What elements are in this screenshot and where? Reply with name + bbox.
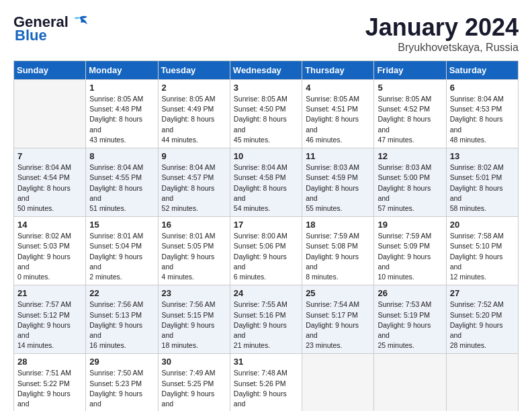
day-number: 9 xyxy=(162,151,226,161)
daylight-text: Daylight: 8 hours and xyxy=(378,183,442,203)
calendar-header-row: SundayMondayTuesdayWednesdayThursdayFrid… xyxy=(14,61,519,80)
daylight-text-2: 16 minutes. xyxy=(89,340,154,351)
daylight-text-2: 25 minutes. xyxy=(378,340,442,351)
calendar-cell: 6Sunrise: 8:04 AMSunset: 4:53 PMDaylight… xyxy=(446,80,518,148)
daylight-text-2: 50 minutes. xyxy=(17,203,82,214)
sunrise-text: Sunrise: 7:53 AM xyxy=(378,300,442,310)
calendar-cell: 14Sunrise: 8:02 AMSunset: 5:03 PMDayligh… xyxy=(14,217,86,285)
page-header: General Blue January 2024 Bryukhovetskay… xyxy=(13,13,519,54)
day-info: Sunrise: 7:56 AMSunset: 5:15 PMDaylight:… xyxy=(162,300,226,351)
day-info: Sunrise: 8:04 AMSunset: 4:53 PMDaylight:… xyxy=(450,94,515,145)
day-number: 11 xyxy=(306,151,370,161)
daylight-text: Daylight: 8 hours and xyxy=(234,114,298,134)
calendar-cell: 28Sunrise: 7:51 AMSunset: 5:22 PMDayligh… xyxy=(14,354,86,411)
sunset-text: Sunset: 4:54 PM xyxy=(17,173,82,183)
col-header-monday: Monday xyxy=(86,61,158,80)
logo-bird-icon xyxy=(70,15,89,30)
sunset-text: Sunset: 5:23 PM xyxy=(89,379,154,389)
col-header-wednesday: Wednesday xyxy=(230,61,302,80)
day-info: Sunrise: 8:00 AMSunset: 5:06 PMDaylight:… xyxy=(234,231,298,282)
daylight-text: Daylight: 9 hours and xyxy=(162,252,226,272)
sunrise-text: Sunrise: 7:51 AM xyxy=(17,368,82,378)
daylight-text: Daylight: 8 hours and xyxy=(378,114,442,134)
calendar-week-3: 14Sunrise: 8:02 AMSunset: 5:03 PMDayligh… xyxy=(14,217,519,285)
day-info: Sunrise: 8:02 AMSunset: 5:03 PMDaylight:… xyxy=(17,231,82,282)
calendar-cell xyxy=(446,354,518,411)
daylight-text: Daylight: 8 hours and xyxy=(17,183,82,203)
sunset-text: Sunset: 4:48 PM xyxy=(89,104,154,114)
sunset-text: Sunset: 5:17 PM xyxy=(306,310,370,320)
day-number: 4 xyxy=(306,83,370,93)
day-number: 20 xyxy=(450,220,515,230)
daylight-text: Daylight: 9 hours and xyxy=(450,252,515,272)
calendar-table: SundayMondayTuesdayWednesdayThursdayFrid… xyxy=(13,60,519,411)
sunset-text: Sunset: 5:22 PM xyxy=(17,379,82,389)
col-header-sunday: Sunday xyxy=(14,61,86,80)
calendar-week-2: 7Sunrise: 8:04 AMSunset: 4:54 PMDaylight… xyxy=(14,148,519,217)
sunrise-text: Sunrise: 7:59 AM xyxy=(306,231,370,241)
daylight-text: Daylight: 9 hours and xyxy=(89,389,154,409)
sunrise-text: Sunrise: 7:58 AM xyxy=(450,231,515,241)
calendar-cell: 3Sunrise: 8:05 AMSunset: 4:50 PMDaylight… xyxy=(230,80,302,148)
sunset-text: Sunset: 5:08 PM xyxy=(306,241,370,251)
sunset-text: Sunset: 4:52 PM xyxy=(378,104,442,114)
sunset-text: Sunset: 4:58 PM xyxy=(234,173,298,183)
calendar-cell: 2Sunrise: 8:05 AMSunset: 4:49 PMDaylight… xyxy=(158,80,230,148)
daylight-text: Daylight: 8 hours and xyxy=(162,183,226,203)
daylight-text-2: 45 minutes. xyxy=(234,135,298,145)
daylight-text-2: 2 minutes. xyxy=(89,272,154,282)
calendar-cell: 15Sunrise: 8:01 AMSunset: 5:04 PMDayligh… xyxy=(86,217,158,285)
day-info: Sunrise: 8:05 AMSunset: 4:48 PMDaylight:… xyxy=(89,94,154,145)
day-info: Sunrise: 8:01 AMSunset: 5:05 PMDaylight:… xyxy=(162,231,226,282)
day-info: Sunrise: 7:49 AMSunset: 5:25 PMDaylight:… xyxy=(162,368,226,411)
calendar-cell: 5Sunrise: 8:05 AMSunset: 4:52 PMDaylight… xyxy=(374,80,446,148)
sunset-text: Sunset: 5:26 PM xyxy=(234,379,298,389)
daylight-text-2: 28 minutes. xyxy=(450,340,515,351)
daylight-text-2: 4 minutes. xyxy=(162,272,226,282)
daylight-text: Daylight: 8 hours and xyxy=(306,183,370,203)
day-info: Sunrise: 7:56 AMSunset: 5:13 PMDaylight:… xyxy=(89,300,154,351)
daylight-text-2: 10 minutes. xyxy=(378,272,442,282)
sunrise-text: Sunrise: 8:05 AM xyxy=(162,94,226,104)
calendar-cell: 25Sunrise: 7:54 AMSunset: 5:17 PMDayligh… xyxy=(302,285,374,354)
day-number: 21 xyxy=(17,288,82,298)
calendar-cell: 7Sunrise: 8:04 AMSunset: 4:54 PMDaylight… xyxy=(14,148,86,217)
sunset-text: Sunset: 5:00 PM xyxy=(378,173,442,183)
sunset-text: Sunset: 4:57 PM xyxy=(162,173,226,183)
calendar-cell: 11Sunrise: 8:03 AMSunset: 4:59 PMDayligh… xyxy=(302,148,374,217)
daylight-text: Daylight: 8 hours and xyxy=(89,183,154,203)
sunset-text: Sunset: 5:15 PM xyxy=(162,310,226,320)
day-info: Sunrise: 8:05 AMSunset: 4:50 PMDaylight:… xyxy=(234,94,298,145)
daylight-text-2: 6 minutes. xyxy=(234,272,298,282)
day-number: 8 xyxy=(89,151,154,161)
calendar-cell: 8Sunrise: 8:04 AMSunset: 4:55 PMDaylight… xyxy=(86,148,158,217)
day-number: 19 xyxy=(378,220,442,230)
daylight-text-2: 44 minutes. xyxy=(162,135,226,145)
sunrise-text: Sunrise: 8:00 AM xyxy=(234,231,298,241)
sunrise-text: Sunrise: 7:50 AM xyxy=(89,368,154,378)
day-info: Sunrise: 8:03 AMSunset: 5:00 PMDaylight:… xyxy=(378,163,442,214)
sunrise-text: Sunrise: 7:54 AM xyxy=(306,300,370,310)
calendar-cell: 19Sunrise: 7:59 AMSunset: 5:09 PMDayligh… xyxy=(374,217,446,285)
sunrise-text: Sunrise: 8:05 AM xyxy=(306,94,370,104)
day-number: 6 xyxy=(450,83,515,93)
calendar-cell: 9Sunrise: 8:04 AMSunset: 4:57 PMDaylight… xyxy=(158,148,230,217)
day-info: Sunrise: 8:03 AMSunset: 4:59 PMDaylight:… xyxy=(306,163,370,214)
daylight-text: Daylight: 8 hours and xyxy=(306,114,370,134)
day-info: Sunrise: 8:05 AMSunset: 4:52 PMDaylight:… xyxy=(378,94,442,145)
day-number: 5 xyxy=(378,83,442,93)
daylight-text: Daylight: 8 hours and xyxy=(234,183,298,203)
daylight-text-2: 12 minutes. xyxy=(450,272,515,282)
daylight-text: Daylight: 8 hours and xyxy=(162,114,226,134)
col-header-thursday: Thursday xyxy=(302,61,374,80)
sunrise-text: Sunrise: 8:05 AM xyxy=(234,94,298,104)
calendar-cell: 17Sunrise: 8:00 AMSunset: 5:06 PMDayligh… xyxy=(230,217,302,285)
calendar-cell: 22Sunrise: 7:56 AMSunset: 5:13 PMDayligh… xyxy=(86,285,158,354)
calendar-cell: 23Sunrise: 7:56 AMSunset: 5:15 PMDayligh… xyxy=(158,285,230,354)
day-info: Sunrise: 7:57 AMSunset: 5:12 PMDaylight:… xyxy=(17,300,82,351)
calendar-cell: 18Sunrise: 7:59 AMSunset: 5:08 PMDayligh… xyxy=(302,217,374,285)
daylight-text: Daylight: 9 hours and xyxy=(378,252,442,272)
sunrise-text: Sunrise: 8:02 AM xyxy=(450,163,515,173)
day-info: Sunrise: 8:05 AMSunset: 4:51 PMDaylight:… xyxy=(306,94,370,145)
daylight-text: Daylight: 9 hours and xyxy=(162,389,226,409)
